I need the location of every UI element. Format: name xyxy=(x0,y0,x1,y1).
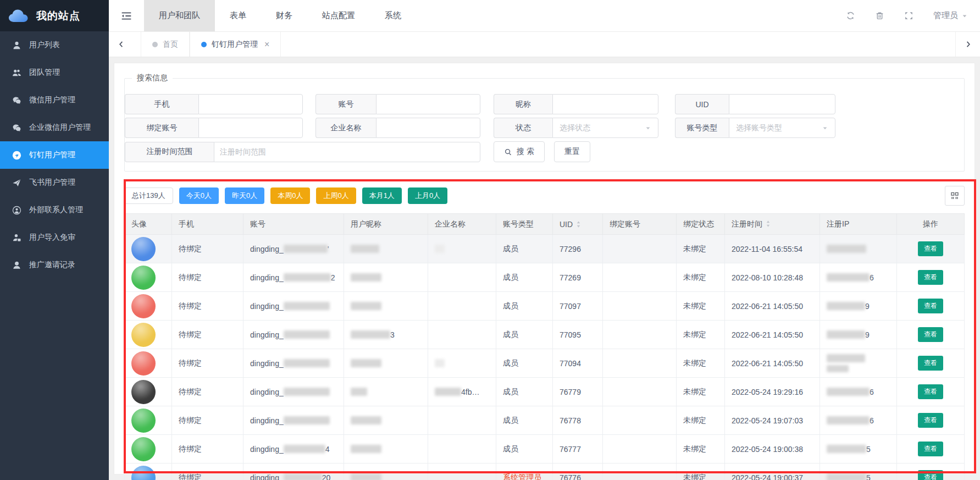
nav-menu-item[interactable]: 财务 xyxy=(261,0,307,31)
page-tab[interactable]: 钉钉用户管理× xyxy=(190,32,281,57)
column-settings-button[interactable] xyxy=(945,186,965,206)
column-header: 用户昵称 xyxy=(344,214,428,235)
column-header[interactable]: 注册时间 xyxy=(725,214,820,235)
view-button[interactable]: 查看 xyxy=(918,442,943,456)
column-header: 头像 xyxy=(125,214,172,235)
uid-cell: 76776 xyxy=(553,464,603,480)
action-cell: 查看 xyxy=(897,321,965,349)
sidebar-item-import[interactable]: 用户导入免审 xyxy=(0,224,109,251)
site-title: 我的站点 xyxy=(36,9,80,23)
select-input[interactable]: 选择账号类型 xyxy=(729,118,835,138)
text-input[interactable] xyxy=(376,94,480,114)
select-input[interactable]: 选择状态 xyxy=(552,118,658,138)
sidebar-item-wechat[interactable]: 微信用户管理 xyxy=(0,86,109,114)
ip-suffix: 9 xyxy=(865,302,870,311)
account-suffix: 4 xyxy=(325,445,330,454)
table-row: 待绑定dingding_4成员76777未绑定2022-05-24 19:00:… xyxy=(125,435,965,464)
avatar-cell xyxy=(125,435,172,464)
user-menu[interactable]: 管理员 xyxy=(933,10,968,21)
ip-suffix: 6 xyxy=(870,416,874,425)
sidebar-item-team[interactable]: 团队管理 xyxy=(0,59,109,86)
bind-status-cell: 未绑定 xyxy=(677,406,725,435)
nickname-cell xyxy=(344,292,428,321)
view-button[interactable]: 查看 xyxy=(918,241,943,256)
page-tab[interactable]: 首页 xyxy=(141,32,190,57)
text-input[interactable] xyxy=(198,118,303,138)
view-button[interactable]: 查看 xyxy=(918,384,943,399)
sidebar-item-label: 钉钉用户管理 xyxy=(29,150,75,160)
search-field: 手机 xyxy=(125,94,303,114)
text-input[interactable] xyxy=(729,94,835,114)
view-button[interactable]: 查看 xyxy=(918,470,943,480)
view-button[interactable]: 查看 xyxy=(918,299,943,313)
view-button[interactable]: 查看 xyxy=(918,270,943,285)
sidebar-item-user[interactable]: 用户列表 xyxy=(0,31,109,59)
chevron-down-icon xyxy=(645,125,651,131)
sidebar-item-feishu[interactable]: 飞书用户管理 xyxy=(0,169,109,196)
fullscreen-icon[interactable] xyxy=(904,11,913,20)
search-button[interactable]: 搜 索 xyxy=(494,141,545,162)
sidebar-item-wecom[interactable]: 企业微信用户管理 xyxy=(0,114,109,141)
field-label: 注册时间范围 xyxy=(125,142,214,162)
column-header[interactable]: UID xyxy=(553,214,603,235)
field-label: UID xyxy=(675,94,729,114)
page-tab-label: 首页 xyxy=(163,40,178,49)
wechat-icon xyxy=(12,95,21,105)
refresh-icon[interactable] xyxy=(846,11,855,20)
text-input[interactable] xyxy=(214,142,480,162)
sidebar-item-invite[interactable]: 推广邀请记录 xyxy=(0,251,109,279)
stat-badges: 总计139人今天0人昨天0人本周0人上周0人本月1人上月0人 xyxy=(124,187,447,204)
avatar-image xyxy=(131,466,156,480)
menu-fold-icon[interactable] xyxy=(109,0,144,31)
masked-text xyxy=(827,473,866,480)
nav-menu-item[interactable]: 系统 xyxy=(370,0,416,31)
account-prefix: dingding_ xyxy=(250,445,284,454)
text-input[interactable] xyxy=(552,94,658,114)
tab-dot-icon xyxy=(152,42,158,47)
search-field: 昵称 xyxy=(494,94,658,114)
nav-menu-item[interactable]: 表单 xyxy=(215,0,261,31)
column-header-label: 操作 xyxy=(923,219,938,228)
stat-badge: 上月0人 xyxy=(408,187,447,204)
avatar-image xyxy=(131,380,156,404)
company-cell xyxy=(428,292,496,321)
sidebar-item-contact[interactable]: 外部联系人管理 xyxy=(0,196,109,224)
masked-text xyxy=(351,302,381,310)
uid-cell: 76779 xyxy=(553,378,603,406)
account-type-cell: 成员 xyxy=(496,435,553,464)
reset-button[interactable]: 重置 xyxy=(554,141,590,162)
column-header: 注册IP xyxy=(820,214,897,235)
text-input[interactable] xyxy=(198,94,303,114)
view-button[interactable]: 查看 xyxy=(918,413,943,428)
tabs-scroll-right-icon[interactable] xyxy=(955,32,980,57)
sidebar-item-dingtalk[interactable]: 钉钉用户管理 xyxy=(0,141,109,169)
bind-status-cell: 未绑定 xyxy=(677,235,725,263)
avatar xyxy=(131,409,156,433)
search-button-label: 搜 索 xyxy=(517,147,534,157)
sort-icon[interactable] xyxy=(575,220,582,229)
search-row: 绑定账号企业名称状态选择状态账号类型选择账号类型 xyxy=(125,118,964,138)
text-input[interactable] xyxy=(376,118,480,138)
column-header: 企业名称 xyxy=(428,214,496,235)
stat-badge: 昨天0人 xyxy=(225,187,264,204)
reg-time-cell: 2022-06-21 14:05:50 xyxy=(725,321,820,349)
view-button[interactable]: 查看 xyxy=(918,327,943,342)
ip-suffix: 5 xyxy=(866,473,871,480)
company-cell xyxy=(428,464,496,480)
nav-menu-item[interactable]: 用户和团队 xyxy=(144,0,215,31)
view-button[interactable]: 查看 xyxy=(918,356,943,371)
tabs-scroll-left-icon[interactable] xyxy=(109,32,133,57)
masked-text xyxy=(435,245,445,253)
reg-time-cell: 2022-06-21 14:05:50 xyxy=(725,292,820,321)
column-header: 手机 xyxy=(172,214,243,235)
nav-menu-item[interactable]: 站点配置 xyxy=(307,0,370,31)
account-type: 成员 xyxy=(503,330,518,339)
account-type: 成员 xyxy=(503,273,518,282)
sort-icon[interactable] xyxy=(765,219,771,228)
masked-text xyxy=(827,245,866,253)
close-icon[interactable]: × xyxy=(264,40,269,49)
trash-icon[interactable] xyxy=(875,11,884,20)
reg-time-cell: 2022-05-24 19:07:03 xyxy=(725,406,820,435)
sidebar-menu: 用户列表团队管理微信用户管理企业微信用户管理钉钉用户管理飞书用户管理外部联系人管… xyxy=(0,31,109,279)
phone-cell: 待绑定 xyxy=(172,321,243,349)
